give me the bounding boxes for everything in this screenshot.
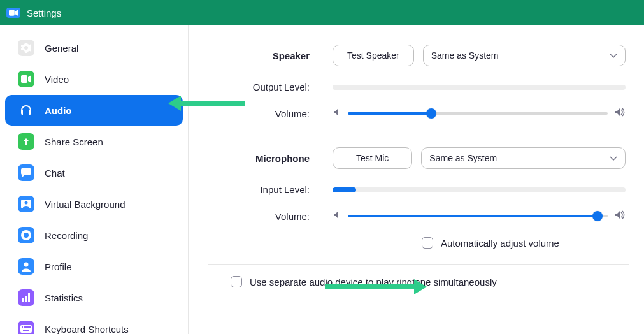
sidebar-item-statistics[interactable]: Statistics [5, 282, 183, 313]
svg-rect-11 [22, 326, 23, 328]
mic-device-value: Same as System [429, 153, 497, 163]
window-title: Settings [27, 8, 61, 18]
speaker-volume-slider[interactable] [348, 112, 608, 115]
auto-adjust-volume-label: Automatically adjust volume [441, 238, 559, 249]
sidebar-item-label: Share Screen [45, 136, 103, 147]
auto-adjust-volume-checkbox[interactable]: Automatically adjust volume [422, 237, 559, 249]
sidebar-item-label: Statistics [45, 293, 83, 303]
statistics-icon [18, 289, 34, 306]
output-level-label: Output Level: [208, 82, 310, 92]
volume-low-icon [333, 210, 341, 222]
recording-icon [18, 227, 34, 243]
svg-rect-8 [25, 296, 27, 302]
titlebar: Settings [0, 0, 644, 25]
svg-point-5 [24, 233, 29, 238]
mic-input-level-fill [333, 187, 356, 192]
separate-ringtone-device-checkbox[interactable]: Use separate audio device to play ringto… [231, 276, 629, 287]
chevron-down-icon [610, 50, 617, 61]
video-icon [18, 71, 34, 87]
svg-rect-9 [28, 293, 30, 302]
share-screen-icon [18, 133, 34, 150]
speaker-heading: Speaker [208, 50, 310, 61]
svg-rect-0 [9, 10, 15, 16]
svg-rect-13 [25, 326, 27, 328]
keyboard-icon [18, 321, 34, 334]
settings-pane-audio: Speaker Test Speaker Same as System Outp… [189, 25, 644, 334]
sidebar-item-label: Video [45, 74, 69, 85]
separate-ringtone-device-label: Use separate audio device to play ringto… [250, 277, 497, 287]
mic-input-level-meter [333, 187, 626, 192]
svg-point-3 [25, 201, 28, 205]
mic-volume-thumb[interactable] [592, 211, 603, 221]
svg-rect-16 [23, 330, 29, 331]
chevron-down-icon [610, 153, 617, 163]
sidebar-item-profile[interactable]: Profile [5, 251, 183, 282]
sidebar-item-virtual-background[interactable]: Virtual Background [5, 189, 183, 219]
volume-low-icon [333, 108, 341, 119]
input-level-label: Input Level: [208, 184, 310, 195]
speaker-device-value: Same as System [431, 50, 499, 61]
sidebar-item-label: General [45, 43, 78, 54]
profile-icon [18, 258, 34, 275]
volume-high-icon [614, 108, 626, 119]
svg-rect-14 [27, 326, 29, 328]
speaker-volume-thumb[interactable] [426, 108, 436, 119]
sidebar-item-label: Chat [45, 168, 65, 178]
svg-rect-15 [29, 326, 31, 328]
mic-device-select[interactable]: Same as System [421, 147, 626, 169]
sidebar-item-chat[interactable]: Chat [5, 157, 183, 188]
svg-rect-7 [22, 298, 24, 302]
sidebar-item-share-screen[interactable]: Share Screen [5, 126, 183, 157]
sidebar-item-audio[interactable]: Audio [5, 95, 183, 126]
sidebar-item-label: Profile [45, 261, 72, 272]
svg-rect-12 [24, 326, 25, 328]
checkbox-box [422, 237, 433, 249]
sidebar-item-recording[interactable]: Recording [5, 220, 183, 250]
test-mic-button[interactable]: Test Mic [333, 147, 412, 169]
svg-rect-10 [20, 325, 32, 333]
svg-rect-1 [21, 75, 27, 83]
sidebar-item-label: Audio [45, 105, 72, 116]
headphones-icon [18, 102, 34, 119]
mic-volume-slider[interactable] [348, 215, 608, 217]
microphone-heading: Microphone [208, 153, 310, 164]
sidebar: General Video Audio Share Screen Chat [0, 25, 189, 334]
sidebar-item-label: Recording [45, 230, 88, 241]
volume-high-icon [614, 210, 626, 222]
speaker-volume-label: Volume: [208, 108, 310, 119]
gear-icon [18, 40, 34, 56]
sidebar-item-general[interactable]: General [5, 33, 183, 63]
speaker-device-select[interactable]: Same as System [423, 45, 626, 66]
divider [208, 264, 629, 265]
test-speaker-button[interactable]: Test Speaker [333, 45, 414, 66]
mic-volume-label: Volume: [208, 211, 310, 222]
sidebar-item-label: Virtual Background [45, 199, 125, 210]
speaker-output-level-meter [333, 85, 626, 90]
sidebar-item-keyboard-shortcuts[interactable]: Keyboard Shortcuts [5, 314, 183, 334]
virtual-background-icon [18, 196, 34, 212]
svg-point-6 [24, 263, 29, 267]
app-icon [6, 8, 20, 18]
checkbox-box [231, 276, 242, 287]
sidebar-item-label: Keyboard Shortcuts [45, 324, 129, 335]
chat-icon [18, 164, 34, 181]
sidebar-item-video[interactable]: Video [5, 64, 183, 94]
